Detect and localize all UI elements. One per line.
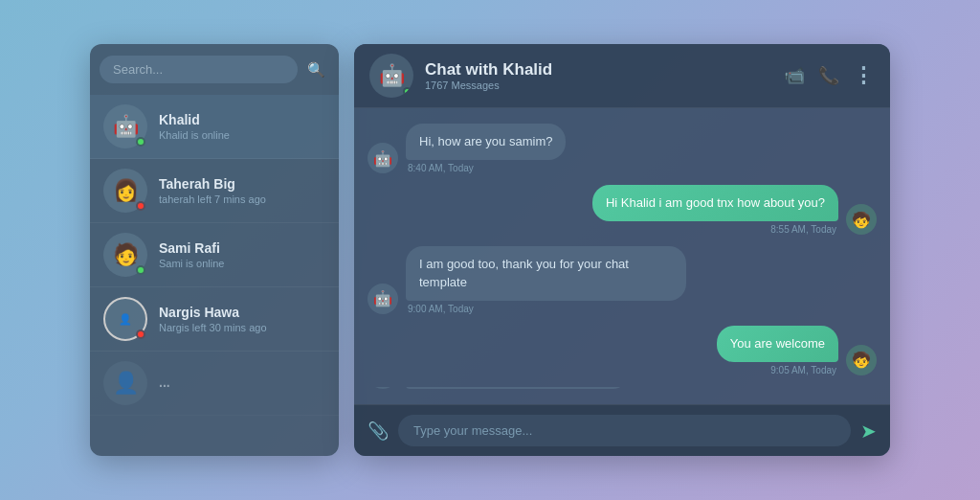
message-input[interactable] xyxy=(398,415,851,446)
message-row-2: Hi Khalid i am good tnx how about you? 8… xyxy=(368,185,877,235)
message-row-5: 🤖 I am looking for your next templates xyxy=(368,387,877,389)
attach-icon[interactable]: 📎 xyxy=(368,420,389,442)
contact-status-khalid: Khalid is online xyxy=(159,129,325,141)
msg-bubble-wrap-2: Hi Khalid i am good tnx how about you? 8… xyxy=(592,185,838,235)
contact-name-khalid: Khalid xyxy=(159,112,325,127)
phone-call-button[interactable]: 📞 xyxy=(818,65,839,86)
avatar-wrap-sami: 🧑 xyxy=(103,233,147,277)
contact-status-nargis: Nargis left 30 mins ago xyxy=(159,322,325,333)
contact-info-taherah: Taherah Big taherah left 7 mins ago xyxy=(159,176,325,205)
chat-header-status-dot xyxy=(403,87,412,96)
avatar-partial: 👤 xyxy=(103,361,147,405)
search-input[interactable] xyxy=(100,56,298,83)
chat-header-info: Chat with Khalid 1767 Messages xyxy=(425,60,772,91)
status-dot-taherah xyxy=(136,201,145,211)
contact-item-partial[interactable]: 👤 ... xyxy=(90,352,339,416)
msg-bubble-4: You are welcome xyxy=(717,326,838,362)
contact-name-sami: Sami Rafi xyxy=(159,240,325,256)
contact-name-partial: ... xyxy=(159,375,325,390)
contact-name-nargis: Nargis Hawa xyxy=(159,305,325,320)
messages-area: 🤖 Hi, how are you samim? 8:40 AM, Today … xyxy=(354,108,890,404)
avatar-wrap-khalid: 🤖 xyxy=(103,104,147,148)
status-dot-nargis xyxy=(136,330,145,339)
msg-bubble-wrap-1: Hi, how are you samim? 8:40 AM, Today xyxy=(406,124,566,173)
status-dot-sami xyxy=(136,265,145,275)
msg-time-4: 9:05 AM, Today xyxy=(768,365,838,375)
contact-item-taherah[interactable]: 👩 Taherah Big taherah left 7 mins ago xyxy=(90,159,339,223)
contact-item-nargis[interactable]: 👤 Nargis Hawa Nargis left 30 mins ago xyxy=(90,287,339,352)
search-button[interactable]: 🔍 xyxy=(303,57,329,82)
chat-header-actions: 📹 📞 ⋮ xyxy=(784,63,875,88)
chat-header: 🤖 Chat with Khalid 1767 Messages 📹 📞 ⋮ xyxy=(354,44,890,108)
msg-bubble-wrap-3: I am good too, thank you for your chat t… xyxy=(406,246,686,313)
chat-input-area: 📎 ➤ xyxy=(354,404,890,456)
msg-avatar-2: 🧒 xyxy=(846,204,877,235)
contact-info-nargis: Nargis Hawa Nargis left 30 mins ago xyxy=(159,305,325,333)
msg-bubble-2: Hi Khalid i am good tnx how about you? xyxy=(592,185,838,221)
msg-avatar-3: 🤖 xyxy=(368,284,398,314)
contact-name-taherah: Taherah Big xyxy=(159,176,325,192)
msg-bubble-wrap-4: You are welcome 9:05 AM, Today xyxy=(717,326,838,375)
msg-bubble-wrap-5: I am looking for your next templates xyxy=(406,387,630,389)
contact-info-partial: ... xyxy=(159,375,325,392)
contact-item-sami[interactable]: 🧑 Sami Rafi Sami is online xyxy=(90,223,339,287)
video-call-button[interactable]: 📹 xyxy=(784,65,805,86)
msg-bubble-1: Hi, how are you samim? xyxy=(406,124,566,160)
msg-time-3: 9:00 AM, Today xyxy=(406,304,476,314)
contact-item-khalid[interactable]: 🤖 Khalid Khalid is online xyxy=(90,95,339,159)
right-panel: 🤖 Chat with Khalid 1767 Messages 📹 📞 ⋮ 🤖… xyxy=(354,44,890,456)
contacts-list: 🤖 Khalid Khalid is online 👩 Taherah Big … xyxy=(90,95,339,456)
message-row-3: 🤖 I am good too, thank you for your chat… xyxy=(368,246,877,313)
more-options-button[interactable]: ⋮ xyxy=(853,63,875,88)
message-row-1: 🤖 Hi, how are you samim? 8:40 AM, Today xyxy=(368,124,877,173)
contact-info-khalid: Khalid Khalid is online xyxy=(159,112,325,141)
msg-avatar-5: 🤖 xyxy=(368,387,398,389)
status-dot-khalid xyxy=(136,137,145,147)
avatar-wrap-partial: 👤 xyxy=(103,361,147,405)
msg-time-1: 8:40 AM, Today xyxy=(406,163,476,173)
msg-avatar-1: 🤖 xyxy=(368,143,398,173)
message-row-4: You are welcome 9:05 AM, Today 🧒 xyxy=(368,326,877,375)
avatar-wrap-taherah: 👩 xyxy=(103,169,147,213)
app-container: 🔍 🤖 Khalid Khalid is online 👩 xyxy=(90,44,890,456)
search-bar: 🔍 xyxy=(90,44,339,95)
contact-status-taherah: taherah left 7 mins ago xyxy=(159,193,325,205)
chat-subtitle: 1767 Messages xyxy=(425,80,772,91)
avatar-wrap-nargis: 👤 xyxy=(103,297,147,341)
contact-info-sami: Sami Rafi Sami is online xyxy=(159,240,325,269)
chat-title: Chat with Khalid xyxy=(425,60,772,80)
msg-bubble-5: I am looking for your next templates xyxy=(406,387,630,389)
msg-bubble-3: I am good too, thank you for your chat t… xyxy=(406,246,686,300)
contact-status-sami: Sami is online xyxy=(159,258,325,269)
chat-header-avatar: 🤖 xyxy=(369,54,413,98)
left-panel: 🔍 🤖 Khalid Khalid is online 👩 xyxy=(90,44,339,456)
msg-avatar-4: 🧒 xyxy=(846,345,877,375)
msg-time-2: 8:55 AM, Today xyxy=(768,224,838,235)
send-button[interactable]: ➤ xyxy=(860,420,877,443)
